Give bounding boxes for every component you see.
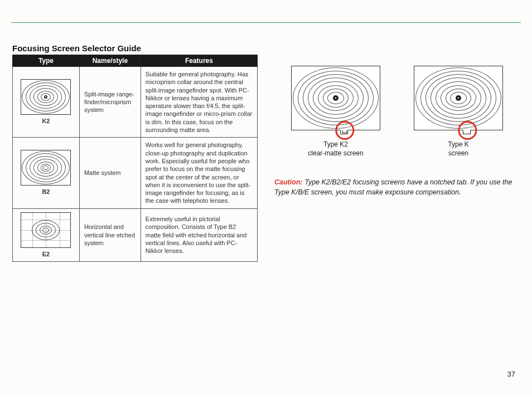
- page-title: Focusing Screen Selector Guide: [12, 43, 141, 53]
- top-rule: [11, 22, 521, 23]
- center-dot-icon: [333, 95, 338, 101]
- diagram-label-line2: clear-matte screen: [308, 149, 363, 157]
- diagram-label-line1: Type K: [448, 140, 468, 148]
- type-cell-b2: B2: [13, 138, 80, 208]
- type-label: B2: [17, 188, 75, 196]
- type-cell-k2: K2: [13, 67, 80, 138]
- table-row: E2 Horizontal and vertical line etched s…: [13, 208, 258, 261]
- features-cell: Suitable for general photography. Has mi…: [141, 67, 257, 138]
- type-cell-e2: E2: [13, 208, 80, 261]
- caution-label: Caution:: [274, 178, 303, 186]
- selector-table: Type Name/style Features: [12, 55, 258, 262]
- diagram-label: Type K2 clear-matte screen: [291, 140, 380, 158]
- type-label: K2: [17, 117, 75, 125]
- table-row: K2 Split-image range-finder/microprism s…: [13, 67, 258, 138]
- th-features: Features: [141, 55, 257, 67]
- diagram-row: Type K2 clear-matte screen: [274, 66, 520, 158]
- diagram-label: Type K screen: [414, 140, 503, 158]
- type-label: E2: [17, 250, 75, 258]
- diagram-label-line1: Type K2: [323, 140, 348, 148]
- features-cell: Works well for general photography, clos…: [141, 138, 257, 208]
- right-column: Type K2 clear-matte screen: [274, 55, 520, 197]
- screen-frame-k: [414, 66, 503, 130]
- page-number: 37: [507, 370, 515, 378]
- content-wrap: Type Name/style Features: [12, 55, 520, 262]
- center-dot-icon: [44, 95, 47, 99]
- screen-frame-k2: [291, 66, 380, 130]
- diagram-label-line2: screen: [448, 149, 468, 157]
- highlight-circle-icon: [458, 121, 477, 140]
- highlight-circle-icon: [335, 121, 354, 140]
- caution-paragraph: Caution: Type K2/B2/E2 focusing screens …: [274, 178, 520, 197]
- name-cell: Horizontal and vertical line etched syst…: [79, 208, 141, 261]
- table-row: B2 Matte system Works well for general p…: [13, 138, 258, 208]
- name-cell: Matte system: [79, 138, 141, 208]
- screen-e2-diagram: [21, 212, 71, 248]
- th-name: Name/style: [79, 55, 141, 67]
- screen-b2-diagram: [21, 150, 71, 186]
- center-dot-icon: [456, 95, 461, 101]
- caution-text: Type K2/B2/E2 focusing screens have a no…: [274, 178, 512, 196]
- th-type: Type: [13, 55, 80, 67]
- diagram-k: Type K screen: [414, 66, 503, 158]
- name-cell: Split-image range-finder/microprism syst…: [79, 67, 141, 138]
- diagram-k2: Type K2 clear-matte screen: [291, 66, 380, 158]
- features-cell: Extremely useful in pictorial compositio…: [141, 208, 257, 261]
- screen-k2-diagram: [21, 79, 71, 115]
